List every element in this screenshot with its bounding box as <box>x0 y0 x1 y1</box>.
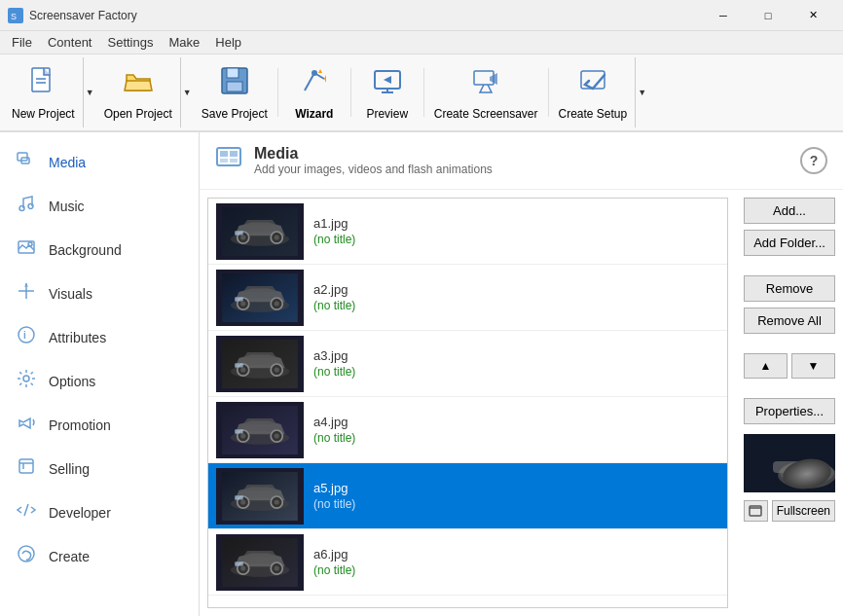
menu-item-content[interactable]: Content <box>40 32 100 53</box>
nav-row: ▲ ▼ <box>744 353 835 379</box>
content-title: Media <box>254 145 493 163</box>
sidebar-item-visuals[interactable]: Visuals <box>0 272 199 315</box>
open-project-dropdown-arrow[interactable]: ▼ <box>180 57 194 127</box>
svg-point-16 <box>19 206 24 211</box>
media-list-container: a1.jpg(no title) a2.jpg(no title) a3.jpg… <box>207 198 728 608</box>
sidebar-item-media[interactable]: Media <box>0 140 199 184</box>
new-project-icon <box>27 65 58 103</box>
menu-item-help[interactable]: Help <box>207 32 249 53</box>
media-item-a2[interactable]: a2.jpg(no title) <box>208 265 727 331</box>
menu-item-file[interactable]: File <box>4 32 40 53</box>
svg-rect-75 <box>235 562 243 565</box>
wizard-toolbar-button[interactable]: Wizard <box>280 57 348 127</box>
svg-point-19 <box>28 242 32 246</box>
maximize-button[interactable]: □ <box>746 0 790 31</box>
sidebar-label-music: Music <box>49 199 85 214</box>
toolbar-separator-3 <box>350 68 351 117</box>
svg-point-52 <box>240 367 245 372</box>
remove-button[interactable]: Remove <box>744 275 835 302</box>
menu-item-settings[interactable]: Settings <box>100 32 162 53</box>
svg-point-60 <box>275 433 279 438</box>
add-folder-button[interactable]: Add Folder... <box>744 230 835 256</box>
create-screensaver-label: Create Screensaver <box>434 107 538 121</box>
media-list[interactable]: a1.jpg(no title) a2.jpg(no title) a3.jpg… <box>208 199 727 607</box>
properties-button[interactable]: Properties... <box>744 398 835 424</box>
new-project-dropdown-arrow[interactable]: ▼ <box>83 57 96 127</box>
media-info-a2: a2.jpg(no title) <box>313 282 719 312</box>
sidebar-item-background[interactable]: Background <box>0 228 199 272</box>
media-filename-a5: a5.jpg <box>313 481 719 495</box>
add-button[interactable]: Add... <box>744 198 835 224</box>
svg-point-38 <box>240 235 245 239</box>
sidebar-item-music[interactable]: Music <box>0 184 199 228</box>
media-item-a6[interactable]: a6.jpg(no title) <box>208 529 727 596</box>
media-subtitle-a6: (no title) <box>313 563 719 577</box>
media-item-a4[interactable]: a4.jpg(no title) <box>208 397 727 463</box>
preview-label: Preview <box>366 107 408 121</box>
minimize-button[interactable]: ─ <box>701 0 746 31</box>
svg-rect-61 <box>235 429 243 433</box>
close-button[interactable]: ✕ <box>790 0 835 31</box>
sidebar: MediaMusicBackgroundVisualsiAttributesOp… <box>0 132 200 616</box>
create-setup-dropdown-arrow[interactable]: ▼ <box>635 57 648 127</box>
thumbnail-a4 <box>216 402 304 458</box>
new-project-toolbar-button[interactable]: New Project <box>4 57 83 127</box>
svg-point-46 <box>275 301 279 306</box>
preview-toolbar-button[interactable]: Preview <box>353 57 422 127</box>
media-item-a3[interactable]: a3.jpg(no title) <box>208 331 727 397</box>
sidebar-item-selling[interactable]: Selling <box>0 447 199 490</box>
fullscreen-icon-button[interactable] <box>744 500 768 522</box>
open-project-toolbar-button[interactable]: Open Project <box>96 57 180 127</box>
promotion-icon <box>16 413 37 437</box>
svg-point-79 <box>786 462 828 480</box>
svg-point-73 <box>240 565 245 570</box>
sidebar-label-options: Options <box>49 374 95 389</box>
svg-rect-54 <box>235 363 243 367</box>
spacer2 <box>744 340 835 347</box>
svg-rect-40 <box>235 231 243 235</box>
sidebar-label-background: Background <box>49 242 122 258</box>
fullscreen-button[interactable]: Fullscreen <box>772 500 835 522</box>
create-setup-toolbar-button[interactable]: Create Setup <box>551 57 636 127</box>
app-icon: S <box>8 8 23 23</box>
options-icon <box>16 369 37 393</box>
move-up-button[interactable]: ▲ <box>744 353 788 379</box>
svg-point-67 <box>275 499 279 504</box>
media-filename-a1: a1.jpg <box>313 216 719 231</box>
titlebar: S Screensaver Factory ─ □ ✕ <box>0 0 843 31</box>
new-project-label: New Project <box>12 107 75 121</box>
sidebar-item-attributes[interactable]: iAttributes <box>0 315 199 359</box>
sidebar-label-selling: Selling <box>49 461 90 477</box>
content-header-text: Media Add your images, videos and flash … <box>254 145 493 176</box>
sidebar-item-create[interactable]: Create <box>0 534 199 578</box>
svg-point-39 <box>275 235 279 239</box>
menu-item-make[interactable]: Make <box>161 32 207 53</box>
sidebar-label-attributes: Attributes <box>49 330 106 345</box>
sidebar-item-options[interactable]: Options <box>0 359 199 403</box>
svg-point-21 <box>18 327 34 343</box>
svg-text:S: S <box>11 12 17 21</box>
media-item-a1[interactable]: a1.jpg(no title) <box>208 199 727 265</box>
thumbnail-a1 <box>216 203 304 260</box>
help-button[interactable]: ? <box>800 147 827 174</box>
sidebar-label-media: Media <box>49 155 86 170</box>
move-down-button[interactable]: ▼ <box>791 353 835 379</box>
fullscreen-row: Fullscreen <box>744 500 835 522</box>
save-project-toolbar-button[interactable]: Save Project <box>194 57 275 127</box>
wizard-icon <box>299 65 330 103</box>
create-screensaver-toolbar-button[interactable]: Create Screensaver <box>426 57 546 127</box>
sidebar-item-promotion[interactable]: Promotion <box>0 403 199 447</box>
media-item-a5[interactable]: a5.jpg(no title) <box>208 463 727 529</box>
window-title: Screensaver Factory <box>29 9 701 22</box>
media-subtitle-a2: (no title) <box>313 299 719 312</box>
remove-all-button[interactable]: Remove All <box>744 308 835 334</box>
sidebar-item-developer[interactable]: Developer <box>0 490 199 534</box>
create-setup-label: Create Setup <box>559 107 628 121</box>
media-filename-a3: a3.jpg <box>313 348 719 363</box>
attributes-icon: i <box>16 325 37 349</box>
media-info-a5: a5.jpg(no title) <box>313 481 719 511</box>
svg-rect-33 <box>230 159 238 163</box>
svg-rect-32 <box>220 159 228 163</box>
sidebar-label-visuals: Visuals <box>49 286 92 302</box>
spacer1 <box>744 262 835 270</box>
